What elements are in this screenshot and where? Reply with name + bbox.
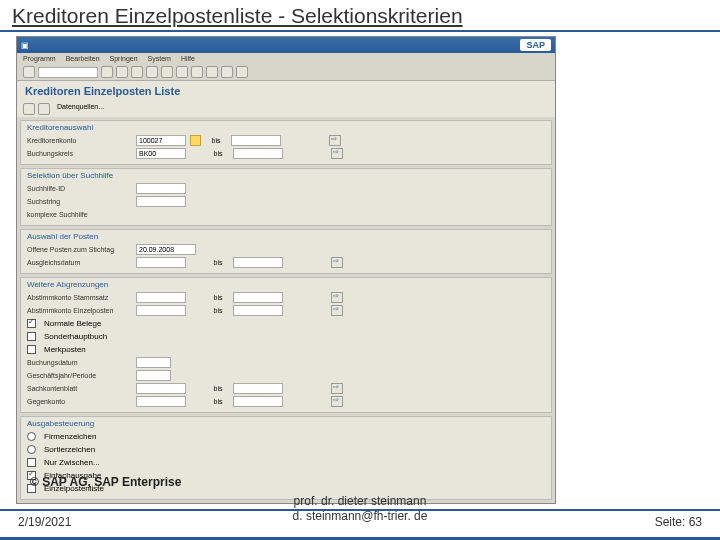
input-buchungskreis-to[interactable] xyxy=(233,148,283,159)
execute-button[interactable] xyxy=(23,103,35,115)
footer-email: d. steinmann@fh-trier. de xyxy=(293,509,428,523)
slide-title: Kreditoren Einzelpostenliste - Selektion… xyxy=(0,0,720,32)
bis-label: bis xyxy=(205,137,227,144)
group-title: Auswahl der Posten xyxy=(27,232,545,241)
group-kreditorenauswahl: Kreditorenauswahl Kreditorenkonto 100027… xyxy=(20,120,552,165)
bis-label: bis xyxy=(207,150,229,157)
sap-window: ▣ SAP Programm Bearbeiten Springen Syste… xyxy=(16,36,556,504)
radio-sortierzeichen[interactable] xyxy=(27,445,36,454)
multi-select-icon[interactable] xyxy=(331,292,343,303)
lbl-gegenkonto: Gegenkonto xyxy=(27,398,132,405)
save-button[interactable] xyxy=(101,66,113,78)
input-buchdat[interactable] xyxy=(136,357,171,368)
datenquellen-button[interactable]: Datenquellen... xyxy=(57,103,104,115)
next-button[interactable] xyxy=(206,66,218,78)
group-title: Selektion über Suchhilfe xyxy=(27,171,545,180)
multi-select-icon[interactable] xyxy=(331,396,343,407)
multi-select-icon[interactable] xyxy=(331,148,343,159)
sap-std-toolbar xyxy=(17,64,555,81)
lbl-suchhilfe-id: Suchhilfe-ID xyxy=(27,185,132,192)
cancel-button[interactable] xyxy=(131,66,143,78)
find-button[interactable] xyxy=(161,66,173,78)
footer-author: prof. dr. dieter steinmann xyxy=(293,494,428,508)
bis-label: bis xyxy=(207,385,229,392)
screen-title: Kreditoren Einzelposten Liste xyxy=(17,81,555,101)
bis-label: bis xyxy=(207,398,229,405)
sap-menubar[interactable]: Programm Bearbeiten Springen System Hilf… xyxy=(17,53,555,64)
input-suchstring[interactable] xyxy=(136,196,186,207)
print-button[interactable] xyxy=(146,66,158,78)
lbl-buchungskreis: Buchungskreis xyxy=(27,150,132,157)
input-ausgleich-from[interactable] xyxy=(136,257,186,268)
info-button[interactable] xyxy=(38,103,50,115)
input-kreditorenkonto-from[interactable]: 100027 xyxy=(136,135,186,146)
lbl-suchstring: Suchstring xyxy=(27,198,132,205)
lbl-nurzwischen: Nur Zwischen... xyxy=(44,458,100,467)
checkbox-nurzwischen[interactable] xyxy=(27,458,36,467)
help-button[interactable] xyxy=(236,66,248,78)
input-buchungskreis-from[interactable]: BK00 xyxy=(136,148,186,159)
radio-firmenzeichen[interactable] xyxy=(27,432,36,441)
menu-springen[interactable]: Springen xyxy=(110,55,138,62)
lbl-kreditorenkonto: Kreditorenkonto xyxy=(27,137,132,144)
input-suchhilfe-id[interactable] xyxy=(136,183,186,194)
first-button[interactable] xyxy=(176,66,188,78)
menu-system[interactable]: System xyxy=(148,55,171,62)
lbl-stichtag: Offene Posten zum Stichtag xyxy=(27,246,132,253)
lbl-gjahr: Geschäftsjahr/Periode xyxy=(27,372,132,379)
input-stichtag[interactable]: 20.09.2008 xyxy=(136,244,196,255)
input-kreditorenkonto-to[interactable] xyxy=(231,135,281,146)
checkbox-merkposten[interactable] xyxy=(27,345,36,354)
command-field[interactable] xyxy=(38,67,98,78)
footer-page: Seite: 63 xyxy=(655,515,702,529)
multi-select-icon[interactable] xyxy=(331,383,343,394)
lbl-sonderhb: Sonderhauptbuch xyxy=(44,332,107,341)
footer-date: 2/19/2021 xyxy=(18,515,71,529)
prev-button[interactable] xyxy=(191,66,203,78)
multi-select-icon[interactable] xyxy=(329,135,341,146)
sap-titlebar: ▣ SAP xyxy=(17,37,555,53)
multi-select-icon[interactable] xyxy=(331,257,343,268)
sap-logo: SAP xyxy=(520,39,551,51)
lbl-komplexe-suchhilfe: komplexe Suchhilfe xyxy=(27,211,132,218)
selection-screen: Kreditorenauswahl Kreditorenkonto 100027… xyxy=(17,117,555,503)
lbl-ausgleichsdatum: Ausgleichsdatum xyxy=(27,259,132,266)
last-button[interactable] xyxy=(221,66,233,78)
bis-label: bis xyxy=(207,259,229,266)
input-gjahr[interactable] xyxy=(136,370,171,381)
lbl-sachk: Sachkontenblatt xyxy=(27,385,132,392)
input-gegen-to[interactable] xyxy=(233,396,283,407)
multi-select-icon[interactable] xyxy=(331,305,343,316)
lbl-normale-belege: Normale Belege xyxy=(44,319,101,328)
back-button[interactable] xyxy=(23,66,35,78)
input-abstimm-stamm[interactable] xyxy=(136,292,186,303)
copyright-text: © SAP AG, SAP Enterprise xyxy=(30,475,181,489)
group-title: Kreditorenauswahl xyxy=(27,123,545,132)
lbl-merkposten: Merkposten xyxy=(44,345,86,354)
bis-label: bis xyxy=(207,294,229,301)
input-abstimm-stamm-to[interactable] xyxy=(233,292,283,303)
exit-button[interactable] xyxy=(116,66,128,78)
input-gegen[interactable] xyxy=(136,396,186,407)
app-toolbar: Datenquellen... xyxy=(17,101,555,117)
menu-hilfe[interactable]: Hilfe xyxy=(181,55,195,62)
lbl-abstimm-stamm: Abstimmkonto Stammsatz xyxy=(27,294,132,301)
input-ausgleich-to[interactable] xyxy=(233,257,283,268)
menu-programm[interactable]: Programm xyxy=(23,55,56,62)
input-sachk-to[interactable] xyxy=(233,383,283,394)
window-icon: ▣ xyxy=(21,41,29,50)
group-title: Weitere Abgrenzungen xyxy=(27,280,545,289)
checkbox-normale-belege[interactable] xyxy=(27,319,36,328)
lbl-sortierzeichen: Sortierzeichen xyxy=(44,445,95,454)
checkbox-sonderhb[interactable] xyxy=(27,332,36,341)
group-postenauswahl: Auswahl der Posten Offene Posten zum Sti… xyxy=(20,229,552,274)
f4-help-icon[interactable] xyxy=(190,135,201,146)
menu-bearbeiten[interactable]: Bearbeiten xyxy=(66,55,100,62)
group-title: Ausgabesteuerung xyxy=(27,419,545,428)
bis-label: bis xyxy=(207,307,229,314)
lbl-buchungsdatum: Buchungsdatum xyxy=(27,359,132,366)
lbl-firmenzeichen: Firmenzeichen xyxy=(44,432,96,441)
input-abstimm-ep-to[interactable] xyxy=(233,305,283,316)
input-abstimm-ep[interactable] xyxy=(136,305,186,316)
input-sachk[interactable] xyxy=(136,383,186,394)
